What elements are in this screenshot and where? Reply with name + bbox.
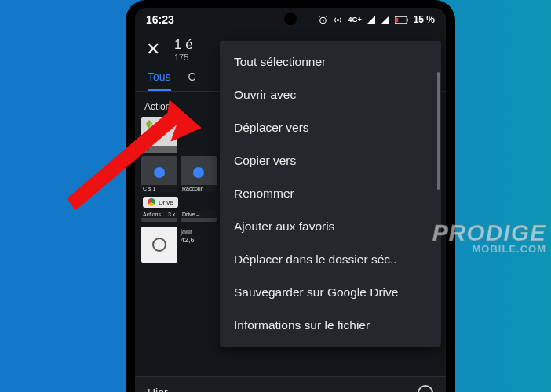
camera-notch	[284, 13, 297, 25]
thumbnail-small[interactable]: Drive – …	[181, 211, 217, 222]
select-ring-icon	[152, 238, 166, 252]
drive-icon	[148, 198, 155, 206]
drive-label: Drive	[159, 199, 173, 206]
menu-save-gdrive[interactable]: Sauvegarder sur Google Drive	[220, 276, 441, 309]
status-time: 16:23	[146, 13, 174, 26]
status-bar: 16:23 4G+ 15 %	[135, 8, 446, 31]
thumbnail[interactable]: Raccour	[181, 156, 217, 192]
person-icon	[193, 167, 204, 178]
tab-other[interactable]: C	[188, 71, 196, 91]
signal-icon	[367, 15, 376, 24]
hotspot-icon	[333, 15, 343, 25]
tab-all[interactable]: Tous	[148, 71, 171, 91]
menu-scrollbar[interactable]	[437, 72, 440, 190]
menu-rename[interactable]: Renommer	[220, 177, 441, 210]
screen: 16:23 4G+ 15 % ✕ 1 é 175 Tous C	[135, 8, 446, 392]
selection-subtext: 175	[174, 53, 193, 62]
file-name: jour…	[181, 228, 199, 236]
menu-copy-to[interactable]: Copier vers	[220, 144, 441, 177]
bottom-bar: Hier	[135, 376, 446, 392]
phone-frame: 16:23 4G+ 15 % ✕ 1 é 175 Tous C	[126, 0, 455, 392]
section-hier: Hier	[148, 387, 168, 393]
thumbnail[interactable]: 🌵 ⚙ 15	[141, 117, 177, 153]
svg-rect-3	[407, 18, 407, 21]
select-all-ring-icon[interactable]	[418, 385, 433, 393]
close-icon[interactable]: ✕	[143, 36, 163, 63]
svg-rect-4	[396, 17, 398, 22]
signal-icon-2	[381, 15, 390, 24]
alarm-icon	[318, 15, 328, 25]
thumb-caption: Actions… 3 x 2	[141, 211, 177, 218]
thumb-caption: Drive – …	[181, 211, 217, 218]
thumbnail-small[interactable]: Actions… 3 x 2	[141, 211, 177, 222]
file-thumbnail[interactable]	[141, 227, 177, 263]
selection-count: 1 é	[174, 37, 193, 53]
status-net: 4G+	[348, 16, 361, 24]
drive-chip[interactable]: Drive	[143, 197, 178, 208]
context-menu: Tout sélectionner Ouvrir avec Déplacer v…	[220, 41, 441, 347]
file-size: 42,6	[181, 236, 199, 244]
menu-move-to[interactable]: Déplacer vers	[220, 111, 441, 144]
thumb-caption: Raccour	[181, 185, 217, 192]
thumbnail[interactable]: C s 1	[141, 156, 177, 192]
menu-move-secure[interactable]: Déplacer dans le dossier séc..	[220, 243, 441, 276]
battery-icon	[395, 16, 409, 24]
menu-add-favorite[interactable]: Ajouter aux favoris	[220, 210, 441, 243]
person-icon	[154, 167, 165, 178]
menu-open-with[interactable]: Ouvrir avec	[220, 78, 441, 111]
thumb-caption: C s 1	[141, 185, 177, 192]
menu-select-all[interactable]: Tout sélectionner	[220, 45, 441, 78]
thumb-caption: 15	[141, 146, 177, 153]
menu-file-info[interactable]: Informations sur le fichier	[220, 309, 441, 342]
status-battery: 15 %	[414, 14, 435, 25]
svg-point-1	[338, 19, 339, 20]
